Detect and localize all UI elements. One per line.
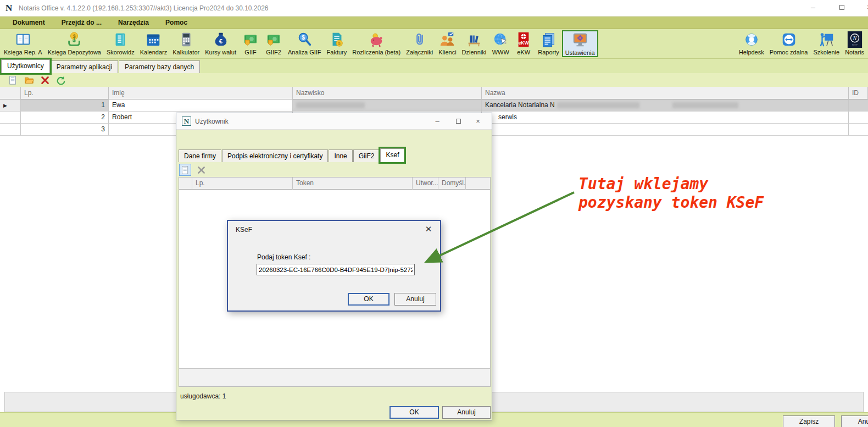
ksef-ok-button[interactable]: OK bbox=[348, 293, 390, 306]
user-dialog-ok-button[interactable]: OK bbox=[390, 406, 439, 419]
remote-support-icon bbox=[780, 31, 798, 48]
dialog-minimize-button[interactable]: – bbox=[428, 114, 447, 129]
lifebuoy-icon bbox=[743, 31, 760, 48]
toolbar-item-notaris[interactable]: NNOT-P Notaris bbox=[842, 30, 867, 56]
toolbar-item-kursy-walut[interactable]: € Kursy walut bbox=[202, 30, 239, 56]
toolbar-item-analiza-giif[interactable]: $ Analiza GIIF bbox=[285, 30, 324, 56]
piggy-bank-icon bbox=[368, 31, 385, 48]
toolbar-item-ksiega-rep-a[interactable]: Księga Rep. A bbox=[1, 30, 45, 56]
column-header-imie[interactable]: Imię bbox=[109, 87, 293, 99]
tab-podpis-elektroniczny[interactable]: Podpis elektroniczny i certyfikaty bbox=[222, 149, 328, 162]
toolbar-item-zalaczniki[interactable]: Załączniki bbox=[403, 30, 436, 56]
menu-przejdz-do[interactable]: Przejdź do ... bbox=[53, 16, 110, 29]
toolbar-item-helpdesk[interactable]: Helpdesk bbox=[736, 30, 767, 56]
ekw-eagle-icon: eKW bbox=[515, 31, 532, 48]
redacted-text bbox=[672, 102, 738, 108]
table-cell[interactable] bbox=[849, 124, 868, 136]
minimize-button[interactable]: – bbox=[802, 0, 824, 15]
redacted-text bbox=[296, 102, 365, 108]
table-cell[interactable] bbox=[293, 99, 482, 112]
menu-dokument[interactable]: Dokument bbox=[4, 16, 53, 29]
toolbar-item-klienci[interactable]: Klienci bbox=[436, 30, 459, 56]
tab-ksef[interactable]: Ksef bbox=[380, 148, 404, 162]
table-cell[interactable]: 2 bbox=[21, 112, 109, 124]
toolbar-item-label: GIIF2 bbox=[266, 49, 281, 56]
tab-uzytkownicy[interactable]: Użytkownicy bbox=[1, 59, 50, 73]
notaris-logo-icon: NNOT-P bbox=[846, 31, 864, 48]
cancel-button[interactable]: Anuluj bbox=[841, 415, 868, 427]
menu-pomoc[interactable]: Pomoc bbox=[157, 16, 196, 29]
tab-inne[interactable]: Inne bbox=[329, 149, 352, 162]
new-record-icon[interactable] bbox=[8, 75, 19, 86]
toolbar-item-ksiega-depozytowa[interactable]: $ Księga Depozytowa bbox=[45, 30, 104, 56]
toolbar-item-ustawienia[interactable]: Ustawienia bbox=[562, 30, 598, 57]
save-button[interactable]: Zapisz bbox=[783, 415, 835, 427]
toolbar-item-szkolenie[interactable]: Szkolenie bbox=[810, 30, 842, 56]
toolbar-item-ekw[interactable]: eKW eKW bbox=[512, 30, 535, 56]
toolbar-item-pomoc-zdalna[interactable]: Pomoc zdalna bbox=[767, 30, 811, 56]
toolbar-item-skorowidz[interactable]: Skorowidz bbox=[104, 30, 137, 56]
ksef-dialog-title: KSeF bbox=[236, 226, 252, 234]
row-selector bbox=[0, 124, 21, 136]
toolbar-item-label: Skorowidz bbox=[107, 49, 135, 56]
menu-narzedzia[interactable]: Narzędzia bbox=[110, 16, 157, 29]
toolbar-item-rozliczenia[interactable]: Rozliczenia (beta) bbox=[349, 30, 403, 56]
open-folder-icon[interactable] bbox=[24, 75, 35, 86]
delete-record-icon[interactable] bbox=[40, 75, 51, 86]
column-header-selector bbox=[0, 87, 21, 99]
toolbar-item-giif[interactable]: GIIF bbox=[239, 30, 262, 56]
user-dialog-cancel-button[interactable]: Anuluj bbox=[442, 406, 491, 419]
toolbar-item-kalendarz[interactable]: Kalendarz bbox=[137, 30, 170, 56]
new-token-icon[interactable] bbox=[179, 164, 191, 176]
cell-text: Kancelaria Notarialna N bbox=[485, 101, 555, 109]
ksef-token-input[interactable] bbox=[257, 264, 415, 275]
ksef-cancel-button[interactable]: Anuluj bbox=[394, 293, 436, 306]
column-header-nazwa[interactable]: Nazwa bbox=[482, 87, 849, 99]
toolbar-item-giif2[interactable]: GIIF2 bbox=[262, 30, 285, 56]
table-cell[interactable]: 3 bbox=[21, 124, 109, 136]
column-header-token[interactable]: Token bbox=[293, 178, 413, 190]
toolbar-item-label: Załączniki bbox=[406, 49, 433, 56]
maximize-button[interactable] bbox=[831, 0, 853, 15]
annotation-arrow bbox=[415, 186, 580, 268]
table-row[interactable]: ▶ 1 Ewa Kancelaria Notarialna N bbox=[0, 99, 868, 112]
table-cell[interactable]: 1 bbox=[21, 99, 109, 112]
toolbar-item-label: Pomoc zdalna bbox=[770, 49, 808, 56]
toolbar-item-label: Szkolenie bbox=[813, 49, 839, 56]
tab-parametry-aplikacji[interactable]: Parametry aplikacji bbox=[51, 60, 118, 73]
close-button[interactable]: × bbox=[858, 0, 868, 15]
table-cell[interactable] bbox=[849, 99, 868, 112]
status-text: usługodawca: 1 bbox=[180, 392, 226, 400]
maximize-icon bbox=[839, 5, 844, 10]
dialog-close-button[interactable]: × bbox=[469, 114, 487, 129]
tab-dane-firmy[interactable]: Dane firmy bbox=[179, 149, 221, 162]
column-header-nazwisko[interactable]: Nazwisko bbox=[293, 87, 482, 99]
toolbar-item-dzienniki[interactable]: Dzienniki bbox=[459, 30, 489, 56]
toolbar-item-label: Dzienniki bbox=[462, 49, 487, 56]
banknote-shield-icon bbox=[265, 31, 282, 48]
tab-giif2[interactable]: GiiF2 bbox=[353, 149, 380, 162]
training-icon bbox=[817, 31, 835, 48]
table-cell[interactable] bbox=[849, 112, 868, 124]
delete-token-icon[interactable] bbox=[195, 164, 207, 176]
tab-parametry-bazy-danych[interactable]: Parametry bazy danych bbox=[119, 60, 200, 73]
deposit-money-icon: $ bbox=[65, 31, 83, 48]
toolbar-item-label: Notaris bbox=[845, 49, 864, 56]
column-header-lp[interactable]: Lp. bbox=[21, 87, 109, 99]
table-cell[interactable] bbox=[482, 124, 849, 136]
toolbar-item-kalkulator[interactable]: Kalkulator bbox=[170, 30, 202, 56]
toolbar-item-www[interactable]: WWW bbox=[489, 30, 512, 56]
column-header-lp[interactable]: Lp. bbox=[192, 178, 293, 190]
toolbar-item-label: Kalkulator bbox=[173, 49, 199, 56]
globe-cursor-icon bbox=[492, 31, 509, 48]
magnifier-dollar-icon: $ bbox=[296, 31, 313, 48]
table-cell[interactable]: Ewa bbox=[109, 99, 293, 112]
table-cell[interactable]: Kancelaria Notarialna N bbox=[482, 99, 849, 112]
svg-text:€: € bbox=[219, 38, 222, 45]
toolbar-item-raporty[interactable]: Raporty bbox=[535, 30, 562, 56]
column-header-id[interactable]: ID bbox=[849, 87, 868, 99]
dialog-maximize-button[interactable] bbox=[449, 114, 468, 129]
refresh-icon[interactable] bbox=[55, 75, 66, 86]
toolbar-item-faktury[interactable]: 5 Faktury bbox=[324, 30, 350, 56]
table-cell[interactable]: serwis bbox=[482, 112, 849, 124]
